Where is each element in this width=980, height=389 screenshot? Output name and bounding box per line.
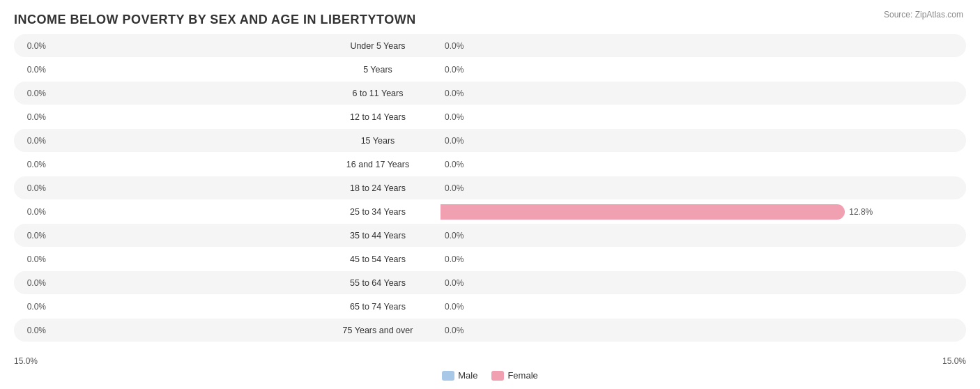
label-box: Under 5 Years [315,41,441,51]
female-value: 0.0% [441,278,477,288]
female-value: 0.0% [441,136,477,146]
bar-row: 0.0% 15 Years 0.0% [14,129,966,152]
male-bar-section [50,62,315,77]
female-bar-section: 0.0% [441,157,966,172]
legend-item-male: Male [442,370,477,381]
male-bar-section [50,323,315,338]
axis-label-right: 15.0% [942,356,966,366]
row-label: 15 Years [361,136,395,146]
female-bar-section: 0.0% [441,86,966,101]
female-bar-section: 0.0% [441,62,966,77]
male-bar-section [50,38,315,54]
female-value: 0.0% [441,231,477,241]
label-box: 75 Years and over [315,326,441,335]
row-label: 12 to 14 Years [350,112,406,122]
label-box: 5 Years [315,65,441,75]
bar-row: 0.0% 5 Years 0.0% [14,58,966,81]
male-label: Male [458,370,477,381]
row-label: 65 to 74 Years [350,302,406,312]
axis-labels: 15.0% 15.0% [14,356,966,366]
row-label: 75 Years and over [343,326,413,335]
label-box: 15 Years [315,136,441,146]
male-bar-section [50,275,315,291]
bar-row: 0.0% 18 to 24 Years 0.0% [14,176,966,199]
male-value: 0.0% [14,89,50,98]
label-box: 55 to 64 Years [315,278,441,288]
female-bar-section: 0.0% [441,181,966,196]
source-text: Source: ZipAtlas.com [884,10,963,20]
male-value: 0.0% [14,254,50,264]
female-bar-section: 0.0% [441,109,966,125]
female-value: 0.0% [441,41,477,51]
label-box: 6 to 11 Years [315,89,441,98]
label-box: 65 to 74 Years [315,302,441,312]
bar-row: 0.0% 6 to 11 Years 0.0% [14,82,966,105]
female-value: 0.0% [441,160,477,169]
row-label: 6 to 11 Years [353,89,404,98]
row-label: 45 to 54 Years [350,254,406,264]
male-bar-section [50,252,315,267]
male-bar-section [50,228,315,243]
label-box: 12 to 14 Years [315,112,441,122]
bar-row: 0.0% 35 to 44 Years 0.0% [14,224,966,247]
male-bar-section [50,133,315,148]
female-bar [441,204,845,220]
legend-item-female: Female [491,370,537,381]
bar-row: 0.0% 45 to 54 Years 0.0% [14,247,966,270]
male-bar-section [50,181,315,196]
female-value: 0.0% [441,183,477,193]
bar-row: 0.0% 55 to 64 Years 0.0% [14,271,966,294]
label-box: 16 and 17 Years [315,160,441,169]
male-bar-section [50,157,315,172]
male-bar-section [50,299,315,314]
label-box: 18 to 24 Years [315,183,441,193]
row-label: 25 to 34 Years [350,207,406,217]
female-bar-section: 0.0% [441,252,966,267]
chart-container: INCOME BELOW POVERTY BY SEX AND AGE IN L… [0,0,980,389]
row-label: Under 5 Years [350,41,405,51]
female-bar-section: 0.0% [441,275,966,291]
male-value: 0.0% [14,136,50,146]
bar-row: 0.0% Under 5 Years 0.0% [14,34,966,57]
female-bar-section: 0.0% [441,228,966,243]
male-value: 0.0% [14,112,50,122]
bar-row: 0.0% 75 Years and over 0.0% [14,319,966,342]
female-value: 0.0% [441,302,477,312]
male-value: 0.0% [14,160,50,169]
female-value: 0.0% [441,65,477,75]
male-bar-section [50,86,315,101]
male-swatch [442,371,454,381]
legend: Male Female [14,370,966,381]
row-label: 16 and 17 Years [346,160,409,169]
male-bar-section [50,109,315,125]
row-label: 5 Years [363,65,392,75]
chart-title: INCOME BELOW POVERTY BY SEX AND AGE IN L… [14,7,966,31]
male-value: 0.0% [14,207,50,217]
female-bar-section: 0.0% [441,299,966,314]
bar-row: 0.0% 12 to 14 Years 0.0% [14,105,966,128]
row-label: 35 to 44 Years [350,231,406,241]
label-box: 25 to 34 Years [315,207,441,217]
female-value: 0.0% [441,112,477,122]
female-value: 12.8% [845,207,873,217]
male-value: 0.0% [14,326,50,335]
female-bar-section: 0.0% [441,323,966,338]
row-label: 18 to 24 Years [350,183,406,193]
label-box: 45 to 54 Years [315,254,441,264]
chart-area: 0.0% Under 5 Years 0.0% 0.0% 5 Years 0.0… [14,34,966,355]
axis-label-left: 15.0% [14,356,38,366]
female-value: 0.0% [441,326,477,335]
female-label: Female [507,370,537,381]
row-label: 55 to 64 Years [350,278,406,288]
label-box: 35 to 44 Years [315,231,441,241]
male-value: 0.0% [14,65,50,75]
male-bar-section [50,204,315,220]
male-value: 0.0% [14,41,50,51]
bar-row: 0.0% 16 and 17 Years 0.0% [14,153,966,176]
female-value: 0.0% [441,89,477,98]
bar-row: 0.0% 65 to 74 Years 0.0% [14,295,966,318]
female-bar-section: 0.0% [441,38,966,54]
male-value: 0.0% [14,183,50,193]
female-value: 0.0% [441,254,477,264]
female-bar-section: 12.8% [441,204,966,220]
